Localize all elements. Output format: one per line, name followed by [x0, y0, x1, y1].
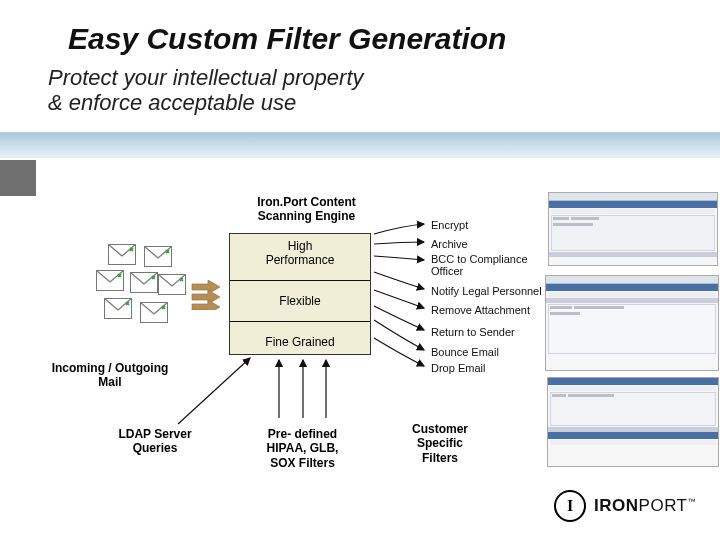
output-encrypt: Encrypt — [431, 219, 468, 231]
logo-wordmark: IRONPORT™ — [594, 496, 696, 516]
envelope-icon — [140, 302, 168, 323]
output-notify: Notify Legal Personnel — [431, 285, 542, 297]
engine-title-line: Scanning Engine — [258, 209, 355, 223]
envelope-icon — [144, 246, 172, 267]
label-line: Queries — [133, 441, 178, 455]
output-return-to-sender: Return to Sender — [431, 326, 515, 338]
output-drop: Drop Email — [431, 362, 485, 374]
slide-title: Easy Custom Filter Generation — [68, 22, 506, 56]
mail-label-line: Mail — [98, 375, 121, 389]
output-remove-attachment: Remove Attachment — [431, 304, 530, 316]
label-line: Customer — [412, 422, 468, 436]
label-line: HIPAA, GLB, — [267, 441, 339, 455]
label-line: Filters — [422, 451, 458, 465]
mail-cluster — [96, 244, 188, 334]
ironport-logo: I IRONPORT™ — [554, 490, 696, 522]
ui-thumbnail-content-filters — [545, 275, 719, 371]
logo-mark-icon: I — [554, 490, 586, 522]
engine-box: High Performance Flexible Fine Grained — [229, 233, 371, 355]
feature-fine-grained: Fine Grained — [230, 322, 370, 362]
slide-subtitle: Protect your intellectual property & enf… — [48, 65, 364, 116]
arrow-stack-icon — [190, 280, 222, 310]
input-customer-filters: Customer Specific Filters — [395, 422, 485, 465]
feature-line: High — [288, 239, 313, 253]
label-line: Specific — [417, 436, 463, 450]
output-bcc: BCC to Compliance Officer — [431, 253, 556, 277]
input-predefined-filters: Pre- defined HIPAA, GLB, SOX Filters — [255, 427, 350, 470]
label-line: LDAP Server — [118, 427, 191, 441]
subtitle-line: & enforce acceptable use — [48, 90, 296, 115]
envelope-icon — [96, 270, 124, 291]
subtitle-line: Protect your intellectual property — [48, 65, 364, 90]
output-bounce: Bounce Email — [431, 346, 499, 358]
ui-thumbnail-quarantine — [547, 377, 719, 467]
envelope-icon — [130, 272, 158, 293]
label-line: Pre- defined — [268, 427, 337, 441]
ui-thumbnail-dictionaries — [548, 192, 718, 266]
divider-gradient — [0, 132, 720, 158]
divider-accent-square — [0, 160, 36, 196]
output-archive: Archive — [431, 238, 468, 250]
mail-label-line: Incoming / Outgoing — [52, 361, 169, 375]
input-ldap: LDAP Server Queries — [100, 427, 210, 456]
mail-label: Incoming / Outgoing Mail — [30, 361, 190, 390]
label-line: SOX Filters — [270, 456, 335, 470]
feature-high-performance: High Performance — [230, 226, 370, 280]
envelope-icon — [158, 274, 186, 295]
feature-flexible: Flexible — [230, 281, 370, 321]
engine-title: Iron.Port Content Scanning Engine — [239, 195, 374, 224]
envelope-icon — [104, 298, 132, 319]
feature-line: Performance — [266, 253, 335, 267]
logo-text-iron: IRON — [594, 496, 639, 515]
envelope-icon — [108, 244, 136, 265]
trademark-symbol: ™ — [688, 497, 697, 506]
logo-text-port: PORT — [639, 496, 688, 515]
engine-title-line: Iron.Port Content — [257, 195, 356, 209]
